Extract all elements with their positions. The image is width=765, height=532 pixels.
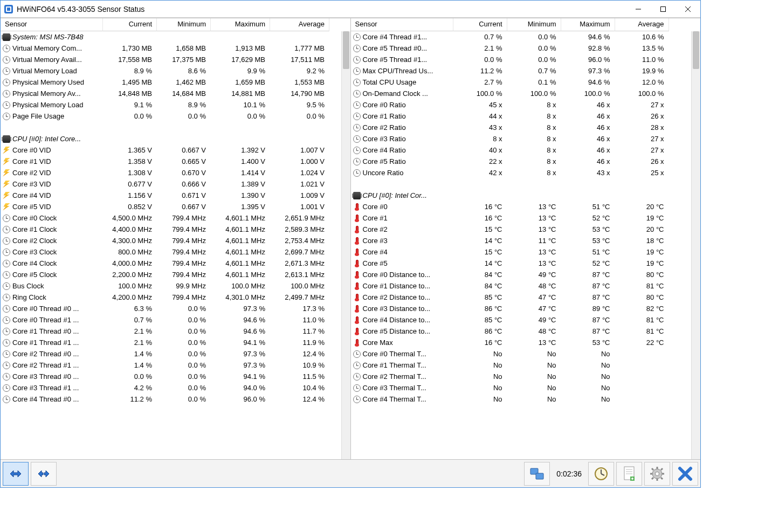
sensor-row[interactable]: Core #0 <box>351 201 453 212</box>
sensor-row[interactable]: Core #5 Distance to... <box>351 326 453 337</box>
sensor-row[interactable]: Core #5 Thread #1... <box>351 54 453 65</box>
sensor-row[interactable]: Physical Memory Used <box>1 77 103 88</box>
sensor-row[interactable]: Core #4 VID <box>1 190 103 201</box>
sensor-row[interactable]: Core #3 Distance to... <box>351 303 453 314</box>
sensor-row[interactable]: Core #2 Thread #1 ... <box>1 360 103 371</box>
sensor-row[interactable]: Core #3 Clock <box>1 246 103 258</box>
close-button[interactable] <box>676 1 700 17</box>
sensor-value: 100.0 % <box>453 88 507 99</box>
log-button[interactable] <box>616 462 642 486</box>
sensor-row[interactable]: Core #1 Ratio <box>351 110 453 122</box>
sensor-row[interactable]: Ring Clock <box>1 292 103 303</box>
sensor-row[interactable]: Core #1 Thermal T... <box>351 360 453 371</box>
sensor-row[interactable]: Core #0 Thermal T... <box>351 348 453 360</box>
column-header[interactable]: Maximum <box>211 18 270 31</box>
right-sensor-grid[interactable]: SensorCurrentMinimumMaximumAverageCore #… <box>351 18 701 405</box>
sensor-row[interactable]: Core #2 Thermal T... <box>351 371 453 382</box>
sensor-row[interactable]: Page File Usage <box>1 110 103 122</box>
sensor-row[interactable]: Core #2 VID <box>1 167 103 178</box>
sensor-row[interactable]: Core #3 <box>351 235 453 246</box>
maximize-button[interactable] <box>651 1 676 17</box>
sensor-value: 2,499.7 MHz <box>270 292 329 303</box>
close-app-button[interactable] <box>672 462 698 486</box>
sensor-row[interactable]: Core #4 Thread #0 ... <box>1 393 103 405</box>
clock-icon <box>3 271 10 279</box>
sensor-row[interactable]: Uncore Ratio <box>351 167 453 178</box>
sensor-row[interactable]: Core #1 Distance to... <box>351 280 453 292</box>
right-scrollbar[interactable] <box>691 31 700 459</box>
sensor-row[interactable]: Virtual Memory Load <box>1 65 103 77</box>
settings-button[interactable] <box>644 462 670 486</box>
column-header[interactable]: Average <box>270 18 329 31</box>
sensor-row[interactable]: Core #4 Clock <box>1 258 103 269</box>
sensor-row[interactable]: Core #5 VID <box>1 201 103 212</box>
sensor-label: Core #3 Thermal T... <box>363 384 426 392</box>
column-header[interactable]: Minimum <box>157 18 211 31</box>
sensor-row[interactable]: Core #1 <box>351 212 453 224</box>
sensor-row[interactable]: Core #1 VID <box>1 156 103 167</box>
sensor-row[interactable]: On-Demand Clock ... <box>351 88 453 99</box>
sensor-value: 86 °C <box>453 326 507 337</box>
sensor-row[interactable]: Core #2 <box>351 224 453 235</box>
sensor-group[interactable]: CPU [#0]: Intel Cor... <box>351 190 453 201</box>
sensor-row[interactable]: Bus Clock <box>1 280 103 292</box>
sensor-value: 14,848 MB <box>103 88 157 99</box>
sensor-row[interactable]: Virtual Memory Avail... <box>1 54 103 65</box>
sensor-row[interactable]: Core #3 Thread #1 ... <box>1 382 103 393</box>
column-header[interactable]: Sensor <box>1 18 103 31</box>
sensor-row[interactable]: Physical Memory Load <box>1 99 103 110</box>
column-header[interactable]: Average <box>615 18 669 31</box>
minimize-button[interactable] <box>626 1 651 17</box>
sensor-label: Core #3 VID <box>12 180 51 188</box>
left-sensor-grid[interactable]: SensorCurrentMinimumMaximumAverageSystem… <box>1 18 350 405</box>
sensor-row[interactable]: Core #4 <box>351 246 453 258</box>
sensor-row[interactable]: Max CPU/Thread Us... <box>351 65 453 77</box>
collapse-button[interactable] <box>31 462 57 486</box>
sensor-value: 14,684 MB <box>157 88 211 99</box>
column-header[interactable]: Current <box>103 18 157 31</box>
sensor-row[interactable]: Core #3 VID <box>1 178 103 190</box>
network-button[interactable] <box>524 462 550 486</box>
sensor-row[interactable]: Core #5 Thread #0... <box>351 43 453 54</box>
sensor-row[interactable]: Core #5 Ratio <box>351 156 453 167</box>
sensor-row[interactable]: Core #0 Ratio <box>351 99 453 110</box>
sensor-row[interactable]: Core #0 Thread #0 ... <box>1 303 103 314</box>
sensor-row[interactable]: Physical Memory Av... <box>1 88 103 99</box>
sensor-row[interactable]: Core #4 Thread #1... <box>351 31 453 43</box>
sensor-row[interactable]: Core #2 Distance to... <box>351 292 453 303</box>
sensor-row[interactable]: Core #1 Clock <box>1 224 103 235</box>
sensor-row[interactable]: Core Max <box>351 337 453 348</box>
sensor-row[interactable]: Core #2 Thread #0 ... <box>1 348 103 360</box>
sensor-label: Core #2 Ratio <box>363 123 406 132</box>
sensor-value: 45 x <box>453 99 507 110</box>
sensor-row[interactable]: Total CPU Usage <box>351 77 453 88</box>
sensor-row[interactable]: Core #2 Clock <box>1 235 103 246</box>
sensor-row[interactable]: Core #2 Ratio <box>351 122 453 133</box>
sensor-row[interactable]: Core #4 Thermal T... <box>351 393 453 405</box>
sensor-row[interactable]: Core #0 Clock <box>1 212 103 224</box>
column-header[interactable]: Current <box>453 18 507 31</box>
sensor-row[interactable]: Core #3 Thermal T... <box>351 382 453 393</box>
sensor-row[interactable]: Core #5 <box>351 258 453 269</box>
sensor-row[interactable]: Core #4 Ratio <box>351 144 453 156</box>
sensor-row[interactable]: Core #3 Ratio <box>351 133 453 144</box>
sensor-row[interactable]: Core #0 Distance to... <box>351 269 453 280</box>
column-header[interactable]: Minimum <box>507 18 561 31</box>
sensor-row[interactable]: Core #3 Thread #0 ... <box>1 371 103 382</box>
sensor-row[interactable]: Core #4 Distance to... <box>351 314 453 326</box>
sensor-row[interactable]: Core #5 Clock <box>1 269 103 280</box>
sensor-value: 0.0 % <box>453 54 507 65</box>
sensor-row[interactable]: Core #1 Thread #0 ... <box>1 326 103 337</box>
left-scrollbar[interactable] <box>341 31 350 459</box>
sensor-row[interactable]: Core #1 Thread #1 ... <box>1 337 103 348</box>
sensor-value: 1.358 V <box>103 156 157 167</box>
sensor-row[interactable]: Virtual Memory Com... <box>1 43 103 54</box>
column-header[interactable]: Maximum <box>561 18 615 31</box>
sensor-row[interactable]: Core #0 Thread #1 ... <box>1 314 103 326</box>
sensor-group[interactable]: System: MSI MS-7B48 <box>1 31 103 43</box>
column-header[interactable]: Sensor <box>351 18 453 31</box>
sensor-group[interactable]: CPU [#0]: Intel Core... <box>1 133 103 144</box>
clock-button[interactable] <box>588 462 614 486</box>
expand-button[interactable] <box>3 462 29 486</box>
sensor-row[interactable]: Core #0 VID <box>1 144 103 156</box>
